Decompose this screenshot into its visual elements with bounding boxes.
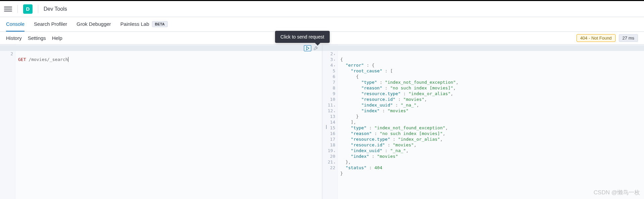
tab-search-profiler[interactable]: Search Profiler [34,17,67,31]
pane-drag-handle[interactable]: || [326,124,326,129]
request-pane: 12 GET /movies/_search [0,45,322,199]
separator [17,5,18,13]
tab-bar: Console Search Profiler Grok Debugger Pa… [0,17,644,32]
help-link[interactable]: Help [52,35,62,41]
play-icon [305,46,310,51]
response-gutter: 12345678910111213141516171819202122 [322,45,338,199]
request-gutter: 12 [0,45,15,199]
tab-painless-lab[interactable]: Painless LabBETA [120,17,168,31]
beta-badge: BETA [152,21,168,27]
tab-grok-debugger[interactable]: Grok Debugger [76,17,111,31]
send-request-tooltip: Click to send request [275,31,330,43]
app-icon[interactable]: D [23,4,33,14]
tab-label: Search Profiler [34,21,67,27]
tab-label: Painless Lab [120,21,149,27]
tab-label: Console [6,21,24,27]
status-badge: 404 - Not Found [577,34,615,42]
response-pane: 12345678910111213141516171819202122 { "e… [322,45,644,199]
timing-badge: 27 ms [619,34,638,42]
tab-label: Grok Debugger [76,21,111,27]
hamburger-menu-icon[interactable] [4,5,12,13]
editor-panes: 12 GET /movies/_search 12345678910111213… [0,45,644,199]
app-header: D Dev Tools [0,1,644,17]
history-link[interactable]: History [6,35,22,41]
response-viewer[interactable]: { "error" : { "root_cause" : [ { "type" … [338,45,644,199]
request-action-buttons [304,45,319,51]
wrench-icon [313,46,318,51]
app-title: Dev Tools [44,6,67,12]
settings-link[interactable]: Settings [28,35,46,41]
request-editor[interactable]: GET /movies/_search [15,45,322,199]
send-request-button[interactable] [304,45,311,51]
tab-console[interactable]: Console [6,17,24,31]
request-options-button[interactable] [312,45,319,51]
separator [38,5,38,13]
